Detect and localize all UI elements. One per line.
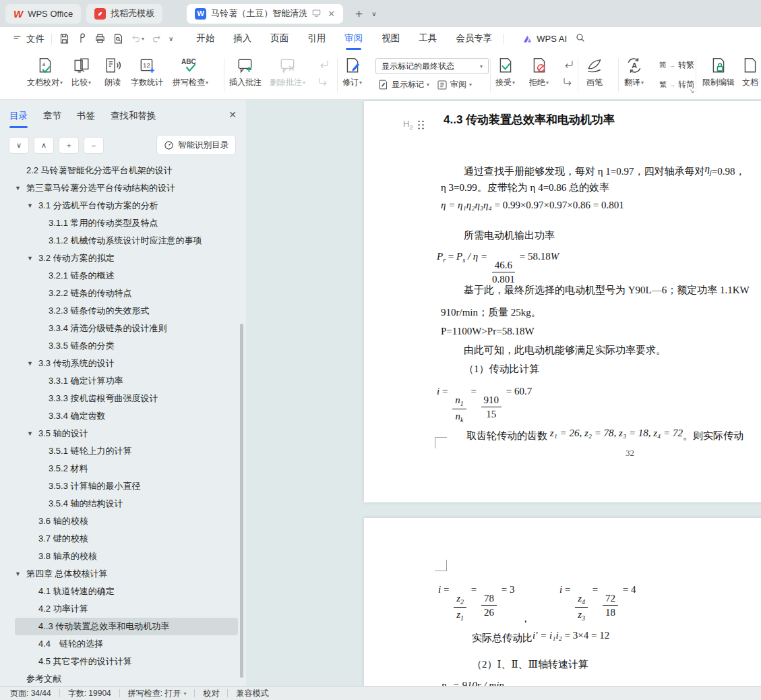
toc-zoom-in-button[interactable]: ＋ <box>59 137 79 154</box>
document-canvas[interactable]: H2 4..3 传动装置总效率和电动机功率 通过查找手册能够发现，每对 η 1=… <box>246 100 761 686</box>
toc-item[interactable]: ▼ 4.5 其它零件的设计计算 <box>15 653 238 670</box>
status-proofread[interactable]: 校对 <box>203 688 219 699</box>
dialog-launcher-icon[interactable]: ↘ <box>689 87 694 94</box>
heading-level-badge[interactable]: H2 <box>403 119 424 131</box>
toc-item[interactable]: ▼ 3.3.4 确定齿数 <box>15 407 238 425</box>
previous-change-icon[interactable] <box>561 59 575 71</box>
menu-tools[interactable]: 工具 <box>419 28 437 50</box>
toc-item[interactable]: ▼ 2.2 马铃薯智能化分选平台机架的设计 <box>15 162 238 179</box>
close-sidebar-icon[interactable]: ✕ <box>229 109 237 120</box>
menu-membership[interactable]: 会员专享 <box>456 28 492 50</box>
spell-check-button[interactable]: ABC 拼写检查▾ <box>173 57 208 88</box>
caret-down-icon[interactable]: ▼ <box>27 255 38 262</box>
toc-item[interactable]: ▼ 3.6 轴的校核 <box>15 513 238 530</box>
toc-item[interactable]: ▼ 3.5.4 轴的结构设计 <box>15 495 238 513</box>
document-page-32[interactable]: H2 4..3 传动装置总效率和电动机功率 通过查找手册能够发现，每对 η 1=… <box>364 101 761 502</box>
toc-item[interactable]: ▼ 3.5.3 计算轴的最小直径 <box>15 477 238 495</box>
toc-item[interactable]: ▼ 3.2 传动方案的拟定 <box>15 250 238 267</box>
toc-item[interactable]: ▼ 第三章马铃薯分选平台传动结构的设计 <box>15 179 238 197</box>
toc-item[interactable]: ▼ 4.4 链轮的选择 <box>15 635 238 653</box>
word-count-button[interactable]: 12 字数统计 <box>131 57 163 88</box>
toc-item[interactable]: ▼ 4.2 功率计算 <box>15 600 238 618</box>
print-icon[interactable] <box>94 33 106 45</box>
track-changes-button[interactable]: 修订▾ <box>342 57 362 88</box>
status-spell-check[interactable]: 拼写检查: 打开▾ <box>128 688 187 699</box>
simplified-to-traditional-button[interactable]: 简→ 转繁 <box>659 59 694 71</box>
sidebar-tab-find-replace[interactable]: 查找和替换 <box>111 110 156 128</box>
toc-item[interactable]: ▼ 3.1.2 机械传动系统设计时应注意的事项 <box>15 232 238 250</box>
toc-item[interactable]: ▼ 3.2.2 链条的传动特点 <box>15 285 238 302</box>
toc-item[interactable]: ▼ 3.1.1 常用的传动类型及特点 <box>15 214 238 232</box>
toc-item[interactable]: ▼ 3.7 键的校核 <box>15 530 238 548</box>
toc-item[interactable]: ▼ 第四章 总体校核计算 <box>15 565 238 583</box>
smart-toc-button[interactable]: 智能识别目录 <box>156 135 236 155</box>
menu-view[interactable]: 视图 <box>382 28 400 50</box>
menu-review[interactable]: 审阅 <box>344 28 363 50</box>
toc-collapse-up-button[interactable]: ∧ <box>34 137 54 154</box>
drag-handle-icon[interactable] <box>417 120 424 129</box>
wps-ai-button[interactable]: WPS AI <box>522 34 567 45</box>
history-chevron-icon[interactable]: ∨ <box>169 35 173 42</box>
toc-item[interactable]: ▼ 3.5.2 材料 <box>15 460 238 477</box>
toc-item[interactable]: ▼ 3.2.3 链条传动的失效形式 <box>15 302 238 320</box>
restrict-editing-button[interactable]: 限制编辑 <box>702 57 735 88</box>
translate-button[interactable]: A 翻译▾ <box>624 57 644 88</box>
save-icon[interactable] <box>59 33 70 45</box>
toc-item[interactable]: ▼ 3.3.3 按机齿根弯曲强度设计 <box>15 390 238 407</box>
caret-down-icon[interactable]: ▼ <box>15 571 26 577</box>
accept-change-button[interactable]: 接受▾ <box>495 57 515 88</box>
pdf-export-icon[interactable] <box>77 33 88 45</box>
toc-item[interactable]: ▼ 4.1 轨道转速的确定 <box>15 583 238 600</box>
caret-down-icon[interactable]: ▼ <box>27 360 38 367</box>
screen-share-icon[interactable] <box>311 8 322 20</box>
toc-item[interactable]: ▼ 3.5 轴的设计 <box>15 425 238 442</box>
toc-item[interactable]: ▼ 4..3 传动装置总效率和电动机功率 <box>15 618 238 635</box>
close-tab-icon[interactable]: ✕ <box>328 9 335 19</box>
toc-item[interactable]: ▼ 3.3.4 清选分级链条的设计准则 <box>15 320 238 337</box>
markup-state-select[interactable]: 显示标记的最终状态 ▾ <box>375 58 489 74</box>
document-page-33[interactable]: i = z2z1 = 7826 = 3 ， i = z4z3 = 7218 = … <box>364 518 761 686</box>
menu-insert[interactable]: 插入 <box>233 28 251 50</box>
status-word-count[interactable]: 字数: 19904 <box>68 688 111 699</box>
review-pane-button[interactable]: 审阅▾ <box>437 79 472 90</box>
toc-item[interactable]: ▼ 3.5.1 链轮上力的计算 <box>15 442 238 460</box>
status-compatibility-mode[interactable]: 兼容模式 <box>236 688 268 699</box>
reject-change-button[interactable]: 拒绝▾ <box>529 57 549 88</box>
toc-expand-down-button[interactable]: ∨ <box>9 137 29 154</box>
pen-button[interactable]: 画笔 <box>585 57 604 88</box>
toc-item[interactable]: ▼ 3.3.5 链条的分类 <box>15 337 238 355</box>
tab-document[interactable]: W 马铃薯（土豆）智能清洗分选 ✕ <box>187 4 343 24</box>
tab-wps-home[interactable]: W WPS Office <box>5 4 81 24</box>
menu-home[interactable]: 开始 <box>196 28 214 50</box>
menu-reference[interactable]: 引用 <box>307 28 326 50</box>
insert-comment-button[interactable]: 插入批注 <box>229 57 262 88</box>
tab-list-chevron-icon[interactable]: ∨ <box>371 10 376 18</box>
sidebar-scrollbar[interactable] <box>240 324 243 678</box>
toc-item[interactable]: ▼ 3.1 分选机平台传动方案的分析 <box>15 197 238 214</box>
sidebar-tab-bookmarks[interactable]: 书签 <box>77 110 95 128</box>
compare-button[interactable]: 比较▾ <box>71 57 91 88</box>
new-tab-button[interactable]: ＋ <box>353 5 365 22</box>
show-markup-button[interactable]: 显示标记▾ <box>377 79 429 90</box>
caret-down-icon[interactable]: ▼ <box>15 185 26 192</box>
toc-item[interactable]: ▼ 3.3.1 确定计算功率 <box>15 372 238 390</box>
caret-down-icon[interactable]: ▼ <box>27 430 38 437</box>
tab-docer-templates[interactable]: 找稻壳模板 <box>86 4 162 24</box>
toc-item[interactable]: ▼ 3.2.1 链条的概述 <box>15 267 238 285</box>
doc-permission-button[interactable]: 文档 <box>741 57 759 88</box>
file-menu[interactable]: 文件 <box>12 33 44 45</box>
toc-item[interactable]: ▼ 3.3 传动系统的设计 <box>15 355 238 372</box>
print-preview-icon[interactable] <box>113 33 124 45</box>
next-change-icon[interactable] <box>561 76 575 88</box>
sidebar-tab-chapters[interactable]: 章节 <box>43 110 61 128</box>
caret-down-icon[interactable]: ▼ <box>27 202 38 209</box>
sidebar-tab-contents[interactable]: 目录 <box>9 110 28 128</box>
toc-item[interactable]: ▼ 参考文献 <box>15 670 238 686</box>
toc-item[interactable]: ▼ 3.8 轴承的校核 <box>15 548 238 565</box>
proofread-button[interactable]: a 文档校对▾ <box>27 57 63 88</box>
menu-page[interactable]: 页面 <box>270 28 288 50</box>
search-icon[interactable] <box>575 32 586 46</box>
read-aloud-button[interactable]: 朗读 <box>104 57 121 88</box>
status-page-indicator[interactable]: 页面: 34/44 <box>10 688 51 699</box>
toc-zoom-out-button[interactable]: − <box>84 137 104 154</box>
